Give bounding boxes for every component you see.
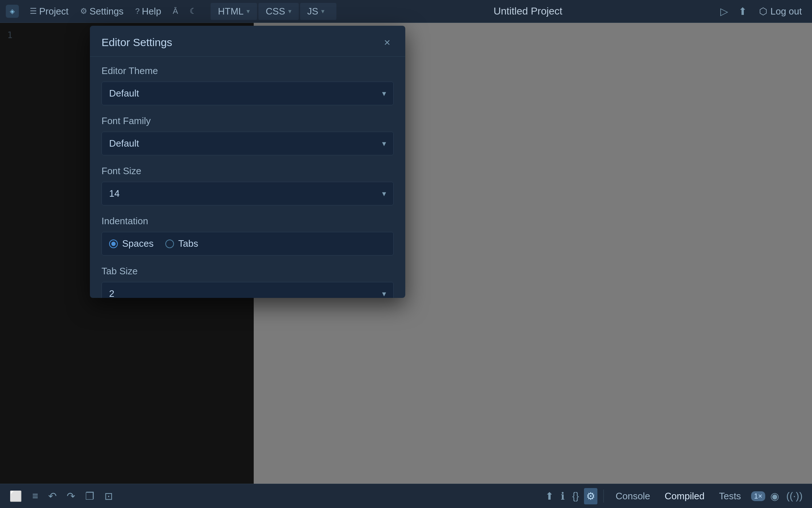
modal-overlay: Editor Settings × Editor Theme Default ▾… [0, 23, 812, 484]
tab-size-label: Tab Size [102, 266, 394, 277]
font-family-value: Default [109, 138, 139, 149]
top-right-controls: ▷ ⬆ ⬡ Log out [718, 3, 806, 20]
html-tab-chevron: ▾ [246, 7, 250, 15]
brackets-button[interactable]: {} [570, 488, 581, 504]
bottom-right-controls: ⬆ ℹ {} ⚙ Console Compiled Tests 1× ◉ ((·… [543, 488, 805, 504]
divider [603, 489, 604, 503]
share-button[interactable]: ⬆ [736, 3, 749, 20]
setting-editor-theme: Editor Theme Default ▾ [102, 65, 394, 105]
logout-icon: ⬡ [759, 6, 767, 17]
compiled-tab[interactable]: Compiled [659, 488, 710, 504]
radio-tabs-label: Tabs [178, 238, 198, 249]
radio-spaces-dot [111, 242, 116, 246]
tab-size-select[interactable]: 2 ▾ [102, 282, 394, 298]
gear-button[interactable]: ⚙ [584, 488, 597, 504]
radio-tabs[interactable]: Tabs [165, 238, 198, 249]
css-tab-chevron: ▾ [288, 7, 291, 15]
logout-button[interactable]: ⬡ Log out [755, 4, 806, 19]
tests-tab[interactable]: Tests [713, 488, 747, 504]
tab-size-chevron-icon: ▾ [382, 289, 386, 298]
font-size-label: Font Size [102, 165, 394, 177]
editor-theme-select[interactable]: Default ▾ [102, 82, 394, 105]
font-nav-item[interactable]: Ā [168, 4, 183, 18]
indentation-radio-group: Spaces Tabs [102, 232, 394, 255]
run-button[interactable]: ▷ [718, 3, 730, 20]
hamburger-icon: ☰ [30, 7, 37, 16]
project-title-area [341, 5, 716, 17]
radio-tabs-circle [165, 239, 174, 248]
editor-tabs: HTML ▾ CSS ▾ JS ▾ [211, 3, 337, 20]
tab-size-value: 2 [109, 288, 114, 298]
logo[interactable]: ◈ [6, 5, 19, 18]
theme-nav-item[interactable]: ☾ [185, 4, 202, 18]
hamburger-menu[interactable]: ☰ Project [25, 4, 74, 19]
font-family-label: Font Family [102, 115, 394, 127]
editor-theme-chevron-icon: ▾ [382, 89, 386, 98]
radio-spaces-label: Spaces [122, 238, 154, 249]
modal-title: Editor Settings [102, 36, 172, 49]
tab-css[interactable]: CSS ▾ [258, 3, 298, 20]
js-tab-chevron: ▾ [321, 7, 324, 15]
editor-theme-label: Editor Theme [102, 65, 394, 77]
setting-font-size: Font Size 14 ▾ [102, 165, 394, 205]
modal-body: Editor Theme Default ▾ Font Family Defau… [90, 57, 405, 298]
upload-button[interactable]: ⬆ [543, 488, 556, 504]
font-family-select[interactable]: Default ▾ [102, 132, 394, 155]
theme-icon: ☾ [190, 7, 197, 16]
radio-spaces[interactable]: Spaces [109, 238, 154, 249]
redo-button[interactable]: ↷ [65, 488, 77, 504]
font-size-select[interactable]: 14 ▾ [102, 182, 394, 205]
nav-menu: ☰ Project ⚙ Settings ? Help Ā ☾ [25, 4, 202, 19]
indentation-label: Indentation [102, 216, 394, 227]
help-nav-item[interactable]: ? Help [130, 4, 166, 19]
font-size-chevron-icon: ▾ [382, 189, 386, 198]
copy-button[interactable]: ❐ [83, 488, 96, 504]
top-bar: ◈ ☰ Project ⚙ Settings ? Help Ā ☾ HTML ▾… [0, 0, 812, 23]
settings-nav-item[interactable]: ⚙ Settings [75, 4, 129, 19]
error-badge: 1× [751, 491, 765, 501]
info-button[interactable]: ℹ [559, 488, 567, 504]
project-title-input[interactable] [437, 5, 618, 17]
tab-html[interactable]: HTML ▾ [211, 3, 257, 20]
font-size-value: 14 [109, 188, 120, 199]
broadcast-button[interactable]: ((·)) [784, 488, 805, 504]
save-button[interactable]: ⊡ [102, 488, 115, 504]
tab-js[interactable]: JS ▾ [300, 3, 336, 20]
undo-button[interactable]: ↶ [46, 488, 59, 504]
notifications-button[interactable]: ◉ [768, 488, 781, 504]
font-family-chevron-icon: ▾ [382, 139, 386, 148]
align-button[interactable]: ≡ [30, 488, 40, 504]
font-icon: Ā [173, 7, 178, 16]
radio-spaces-circle [109, 239, 118, 248]
editor-settings-modal: Editor Settings × Editor Theme Default ▾… [90, 26, 405, 298]
editor-theme-value: Default [109, 88, 139, 99]
help-icon: ? [135, 7, 140, 16]
bottom-bar: ⬜ ≡ ↶ ↷ ❐ ⊡ ⬆ ℹ {} ⚙ Console Compiled Te… [0, 484, 812, 508]
modal-close-button[interactable]: × [381, 36, 394, 49]
modal-header: Editor Settings × [90, 26, 405, 57]
settings-nav-icon: ⚙ [80, 7, 87, 16]
setting-font-family: Font Family Default ▾ [102, 115, 394, 155]
format-button[interactable]: ⬜ [7, 488, 24, 504]
console-tab[interactable]: Console [610, 488, 656, 504]
setting-indentation: Indentation Spaces Tabs [102, 216, 394, 255]
setting-tab-size: Tab Size 2 ▾ [102, 266, 394, 298]
